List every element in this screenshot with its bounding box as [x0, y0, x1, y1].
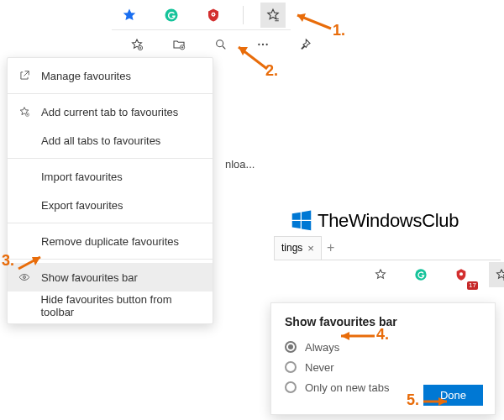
- radio-label: Never: [305, 361, 334, 374]
- menu-item-label: Manage favourites: [41, 70, 131, 82]
- favourites-button[interactable]: [260, 3, 286, 28]
- menu-show-favourites-bar[interactable]: Show favourites bar: [8, 263, 213, 291]
- more-options-icon[interactable]: [250, 32, 276, 57]
- svg-point-12: [459, 272, 463, 276]
- radio-label: Only on new tabs: [305, 381, 389, 394]
- dialog-title: Show favourites bar: [285, 315, 481, 328]
- menu-item-label: Add all tabs to favourites: [41, 134, 160, 147]
- grammarly-icon[interactable]: [408, 262, 433, 287]
- menu-item-label: Add current tab to favourites: [41, 106, 178, 118]
- add-favourite-icon[interactable]: [124, 32, 150, 57]
- menu-item-label: Import favourites: [41, 171, 123, 183]
- svg-point-0: [165, 8, 178, 21]
- search-icon[interactable]: [208, 32, 234, 57]
- menu-item-label: Export favourites: [41, 199, 123, 212]
- favourites-button[interactable]: [489, 262, 504, 287]
- menu-divider: [8, 259, 213, 260]
- add-folder-icon[interactable]: [166, 32, 192, 57]
- svg-point-7: [262, 44, 264, 45]
- browser-tab[interactable]: tings ×: [274, 236, 322, 260]
- menu-import-favourites[interactable]: Import favourites: [8, 162, 213, 191]
- svg-point-5: [217, 40, 223, 47]
- favourites-panel-toolbar: [124, 32, 318, 57]
- menu-remove-duplicates[interactable]: Remove duplicate favourites: [8, 227, 213, 255]
- radio-icon: [285, 341, 297, 353]
- menu-item-label: Show favourites bar: [41, 271, 138, 284]
- annotation-2: 2.: [265, 62, 278, 80]
- favourite-star-outline-icon[interactable]: [368, 262, 393, 287]
- svg-point-10: [24, 276, 26, 279]
- bookmark-star-icon[interactable]: [117, 3, 142, 28]
- windows-logo-icon: [289, 208, 314, 234]
- open-external-icon: [18, 70, 31, 81]
- done-button[interactable]: Done: [423, 385, 483, 406]
- menu-divider: [8, 158, 213, 159]
- top-toolbar: [112, 0, 291, 30]
- toolbar-separator: [243, 6, 244, 24]
- menu-manage-favourites[interactable]: Manage favourites: [8, 61, 213, 90]
- radio-label: Always: [305, 341, 339, 354]
- truncated-text: nloa...: [225, 158, 255, 171]
- watermark-text: TheWindowsClub: [318, 210, 459, 232]
- tab-label: tings: [281, 242, 302, 254]
- favourites-context-menu: Manage favourites Add current tab to fav…: [7, 57, 213, 324]
- svg-point-2: [213, 13, 214, 15]
- grammarly-icon[interactable]: [159, 3, 184, 28]
- tab-strip: tings × +: [274, 235, 501, 260]
- adblock-icon[interactable]: [201, 3, 226, 28]
- new-tab-button[interactable]: +: [327, 240, 334, 255]
- menu-item-label: Hide favourites button from toolbar: [40, 293, 202, 318]
- svg-point-11: [415, 269, 426, 280]
- radio-icon: [285, 381, 297, 393]
- radio-never[interactable]: Never: [285, 357, 481, 377]
- pin-icon[interactable]: [292, 32, 318, 57]
- radio-always[interactable]: Always: [285, 337, 481, 357]
- menu-divider: [8, 93, 213, 94]
- eye-icon: [18, 271, 31, 283]
- show-favourites-bar-dialog: Show favourites bar Always Never Only on…: [270, 302, 496, 415]
- menu-item-label: Remove duplicate favourites: [41, 235, 179, 248]
- radio-icon: [285, 361, 297, 373]
- right-toolbar: 17: [368, 262, 504, 287]
- menu-add-all-tabs[interactable]: Add all tabs to favourites: [8, 126, 213, 155]
- menu-divider: [8, 223, 213, 223]
- menu-hide-favourites-button[interactable]: Hide favourites button from toolbar: [8, 291, 213, 320]
- svg-point-8: [266, 44, 268, 45]
- annotation-1: 1.: [333, 22, 345, 39]
- close-icon[interactable]: ×: [307, 242, 314, 255]
- adblock-badge-icon[interactable]: 17: [449, 262, 474, 287]
- watermark: TheWindowsClub: [289, 208, 459, 234]
- menu-add-current-tab[interactable]: Add current tab to favourites: [8, 97, 213, 126]
- svg-point-6: [258, 44, 260, 45]
- menu-export-favourites[interactable]: Export favourites: [8, 191, 213, 219]
- badge-count: 17: [467, 281, 478, 290]
- star-plus-icon: [18, 106, 31, 118]
